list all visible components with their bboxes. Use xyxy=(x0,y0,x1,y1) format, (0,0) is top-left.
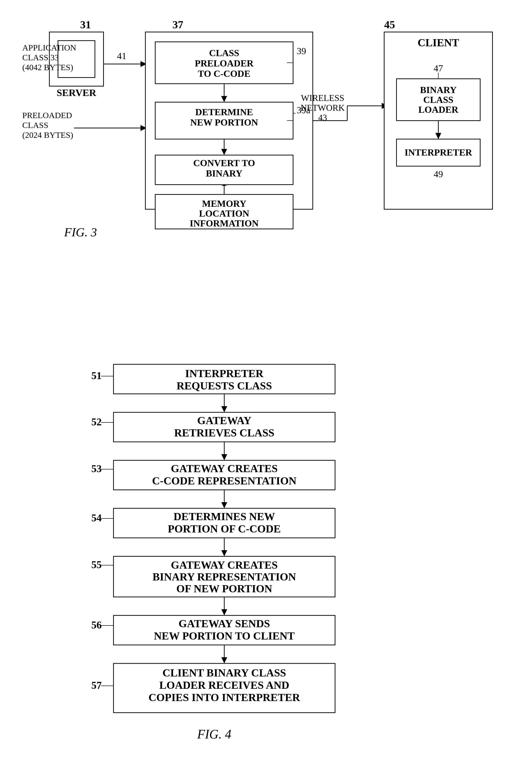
svg-text:47: 47 xyxy=(434,63,443,73)
svg-text:INFORMATION: INFORMATION xyxy=(190,218,258,228)
svg-text:45: 45 xyxy=(384,19,395,31)
svg-text:DETERMINES NEW: DETERMINES NEW xyxy=(174,511,275,523)
svg-text:CLIENT: CLIENT xyxy=(418,37,459,49)
svg-marker-93 xyxy=(221,550,227,556)
svg-text:CLASS: CLASS xyxy=(209,48,239,58)
svg-text:SERVER: SERVER xyxy=(57,87,97,98)
svg-text:39: 39 xyxy=(297,46,306,56)
page: 31 37 45 SERVER 41 APPLICATION CLASS 33 … xyxy=(0,0,532,770)
svg-text:GATEWAY CREATES: GATEWAY CREATES xyxy=(171,463,277,475)
svg-text:CLASS 33: CLASS 33 xyxy=(22,53,59,62)
svg-text:37: 37 xyxy=(173,19,183,31)
svg-marker-86 xyxy=(221,502,227,508)
svg-text:LOADER RECEIVES AND: LOADER RECEIVES AND xyxy=(159,679,289,691)
svg-text:54: 54 xyxy=(91,512,102,524)
svg-text:OF NEW PORTION: OF NEW PORTION xyxy=(176,583,272,595)
svg-text:55: 55 xyxy=(91,559,102,570)
svg-text:NETWORK: NETWORK xyxy=(301,103,345,113)
svg-text:56: 56 xyxy=(91,619,102,631)
svg-text:CLASS: CLASS xyxy=(22,121,48,130)
svg-text:(2024 BYTES): (2024 BYTES) xyxy=(22,130,73,140)
svg-text:PRELOADER: PRELOADER xyxy=(195,58,254,68)
svg-marker-108 xyxy=(221,657,227,663)
svg-text:51: 51 xyxy=(91,370,102,381)
svg-text:COPIES INTO INTERPRETER: COPIES INTO INTERPRETER xyxy=(148,691,300,704)
svg-text:CONVERT TO: CONVERT TO xyxy=(193,158,255,168)
svg-text:NEW PORTION TO CLIENT: NEW PORTION TO CLIENT xyxy=(154,630,295,642)
svg-text:49: 49 xyxy=(434,169,443,179)
svg-text:57: 57 xyxy=(91,680,102,691)
svg-text:GATEWAY: GATEWAY xyxy=(197,415,251,427)
svg-text:BINARY: BINARY xyxy=(420,85,457,95)
svg-text:(4042 BYTES): (4042 BYTES) xyxy=(22,63,73,72)
svg-marker-101 xyxy=(221,609,227,615)
svg-text:INTERPRETER: INTERPRETER xyxy=(185,368,264,380)
svg-text:INTERPRETER: INTERPRETER xyxy=(404,147,472,158)
svg-text:31: 31 xyxy=(80,19,91,31)
svg-text:CLIENT BINARY CLASS: CLIENT BINARY CLASS xyxy=(162,667,286,679)
svg-text:LOADER: LOADER xyxy=(418,104,458,115)
svg-marker-72 xyxy=(221,406,227,412)
svg-text:TO C-CODE: TO C-CODE xyxy=(198,68,251,79)
svg-text:41: 41 xyxy=(117,51,127,61)
fig4-diagram: 51 INTERPRETER REQUESTS CLASS 52 GATEWAY… xyxy=(20,354,512,770)
svg-text:MEMORY: MEMORY xyxy=(202,198,246,209)
svg-text:C-CODE REPRESENTATION: C-CODE REPRESENTATION xyxy=(152,475,296,487)
svg-text:NEW PORTION: NEW PORTION xyxy=(190,117,258,128)
svg-text:FIG. 3: FIG. 3 xyxy=(64,225,97,239)
svg-text:53: 53 xyxy=(91,463,102,474)
svg-text:REQUESTS CLASS: REQUESTS CLASS xyxy=(177,380,272,392)
svg-text:43: 43 xyxy=(318,113,327,123)
fig3-diagram: 31 37 45 SERVER 41 APPLICATION CLASS 33 … xyxy=(20,15,512,335)
svg-text:PRELOADED: PRELOADED xyxy=(22,111,72,120)
svg-text:RETRIEVES CLASS: RETRIEVES CLASS xyxy=(174,427,274,439)
svg-text:DETERMINE: DETERMINE xyxy=(195,107,253,117)
svg-text:GATEWAY SENDS: GATEWAY SENDS xyxy=(178,618,270,630)
svg-text:52: 52 xyxy=(91,416,102,428)
svg-text:WIRELESS: WIRELESS xyxy=(301,93,344,103)
svg-text:APPLICATION: APPLICATION xyxy=(22,43,76,52)
svg-text:BINARY: BINARY xyxy=(206,168,242,178)
svg-marker-79 xyxy=(221,454,227,460)
svg-text:BINARY REPRESENTATION: BINARY REPRESENTATION xyxy=(152,571,296,583)
svg-text:LOCATION: LOCATION xyxy=(199,208,249,219)
svg-text:FIG. 4: FIG. 4 xyxy=(197,727,231,741)
svg-text:PORTION OF C-CODE: PORTION OF C-CODE xyxy=(168,523,281,535)
svg-text:GATEWAY CREATES: GATEWAY CREATES xyxy=(171,559,277,571)
svg-text:CLASS: CLASS xyxy=(423,95,453,105)
